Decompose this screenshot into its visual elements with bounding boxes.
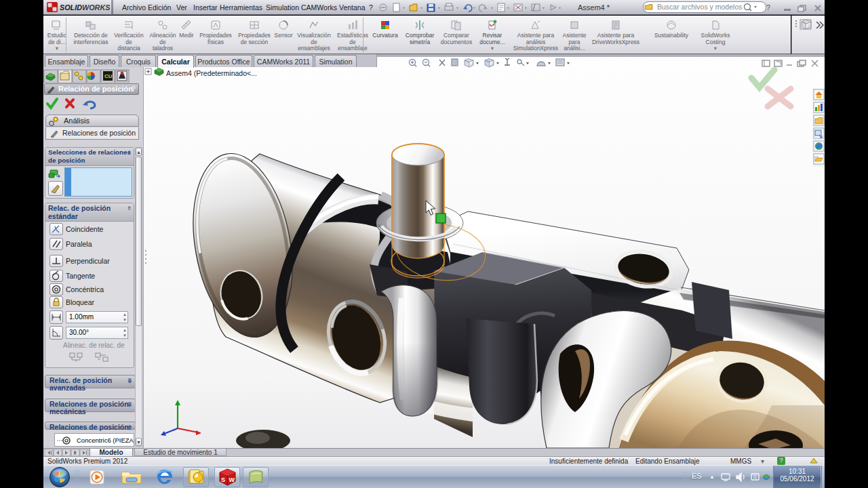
svg-text:W: W: [229, 476, 235, 483]
svg-text:CU: CU: [104, 73, 113, 79]
svg-text:SOLIDWORKS: SOLIDWORKS: [60, 3, 111, 12]
svg-text:S: S: [221, 476, 225, 483]
svg-text:Assem4 (Predeterminado<...: Assem4 (Predeterminado<...: [166, 69, 257, 77]
